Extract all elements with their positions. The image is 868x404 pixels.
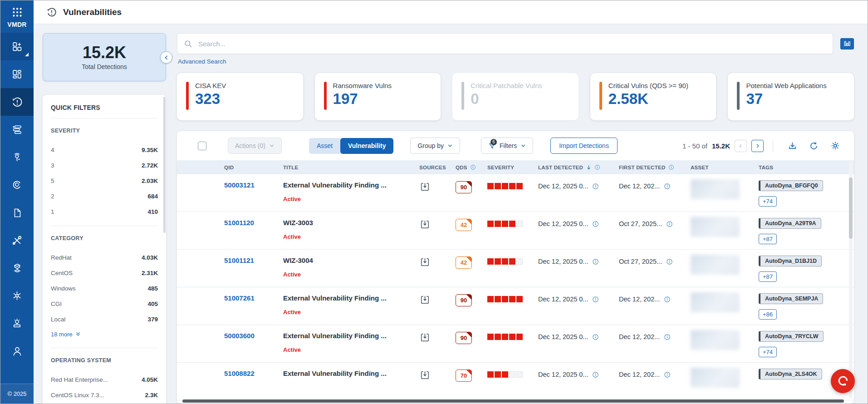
sidebar-item-reports[interactable] [0, 199, 34, 227]
info-icon[interactable] [592, 221, 599, 227]
info-icon[interactable] [592, 296, 599, 303]
quick-filter-row[interactable]: Red Hat Enterprise... 4.05K [51, 372, 158, 387]
search-box[interactable] [177, 33, 833, 54]
table-row[interactable]: 51008822 External Vulnerability Finding … [177, 363, 854, 400]
tag-more-pill[interactable]: +86 [759, 309, 777, 320]
stat-card[interactable]: Potential Web Applications 37 [728, 73, 854, 120]
table-row[interactable]: 50003600 External Vulnerability Finding … [177, 325, 854, 363]
info-icon[interactable] [592, 371, 599, 378]
stat-card[interactable]: Ransomware Vulns 197 [315, 73, 441, 120]
sidebar-item-remediation[interactable] [0, 227, 34, 254]
vulnerability-view-tab[interactable]: Vulnerability [340, 138, 394, 154]
table-row[interactable]: 51007261 External Vulnerability Finding … [177, 287, 854, 325]
tag-pill[interactable]: AutoDyna_2LS4OK [759, 369, 822, 379]
sidebar-item-response[interactable] [0, 143, 34, 171]
info-icon[interactable] [666, 221, 673, 227]
table-row[interactable]: 50003121 External Vulnerability Finding … [177, 174, 854, 212]
column-header-asset[interactable]: ASSET [684, 165, 752, 170]
column-header-title[interactable]: TITLE [277, 165, 413, 170]
sidebar-item-insights[interactable] [0, 310, 34, 337]
column-header-sources[interactable]: SOURCES [413, 165, 449, 170]
tag-pill[interactable]: AutoDyna_SEMPJA [759, 293, 823, 304]
stat-card[interactable]: Critical Patchable Vulns 0 [452, 73, 579, 120]
quick-filter-row[interactable]: RedHat 4.03K [51, 250, 158, 265]
quick-filter-row[interactable]: CGI 405 [51, 296, 158, 311]
info-icon[interactable] [664, 334, 671, 340]
vertical-scrollbar[interactable] [849, 177, 853, 239]
info-icon[interactable] [592, 258, 599, 265]
sidebar-item-widgets[interactable] [0, 60, 34, 88]
download-button[interactable] [788, 141, 797, 151]
search-input[interactable] [197, 39, 826, 48]
column-header-qds[interactable]: QDS [449, 164, 481, 170]
quick-filter-row[interactable]: 3 2.72K [51, 158, 158, 173]
tag-pill[interactable]: AutoDyna_BFGFQ0 [759, 180, 823, 191]
info-icon[interactable] [592, 183, 599, 190]
info-icon[interactable] [664, 183, 671, 190]
quick-filter-row[interactable]: 4 9.35K [51, 142, 158, 158]
qid-link[interactable]: 50003600 [224, 332, 255, 340]
collapse-panel-button[interactable] [160, 51, 172, 64]
column-header-last-detected[interactable]: LAST DETECTED [532, 164, 613, 170]
info-icon[interactable] [664, 371, 671, 378]
tag-pill[interactable]: AutoDyna_7RYCLW [759, 331, 824, 342]
stat-card[interactable]: CISA KEV 323 [177, 73, 303, 120]
column-header-tags[interactable]: TAGS [752, 165, 854, 170]
panel-scrollbar[interactable] [163, 97, 166, 233]
filters-dropdown[interactable]: 6 Filters [481, 138, 533, 154]
qid-link[interactable]: 51008822 [224, 370, 255, 377]
tag-pill[interactable]: AutoDyna_D1BJ1D [759, 256, 822, 266]
settings-button[interactable] [830, 141, 840, 151]
column-header-first-detected[interactable]: FIRST DETECTED [613, 164, 684, 170]
table-row[interactable]: 51001120 WIZ-3003 Active 42 Dec 12, 2025… [177, 212, 854, 250]
stat-card[interactable]: Critical Vulns (QDS >= 90) 2.58K [590, 73, 716, 120]
group-by-dropdown[interactable]: Group by [410, 138, 460, 154]
asset-view-tab[interactable]: Asset [309, 138, 340, 154]
quick-filter-row[interactable]: Local 379 [51, 311, 158, 327]
quick-filter-row[interactable]: CentOS 2.31K [51, 265, 158, 281]
qualys-help-button[interactable] [831, 369, 855, 393]
info-icon[interactable] [668, 164, 674, 170]
info-icon[interactable] [666, 258, 673, 265]
quick-filter-row[interactable]: 1 410 [51, 204, 158, 219]
chart-view-toggle-button[interactable] [840, 38, 854, 49]
sidebar-item-profile[interactable] [0, 337, 34, 365]
sidebar-item-assets[interactable] [0, 254, 34, 282]
info-icon[interactable] [594, 164, 600, 170]
show-more-link[interactable]: 18 more [51, 327, 158, 341]
info-icon[interactable] [664, 296, 671, 303]
sidebar-item-dashboard[interactable] [0, 33, 34, 60]
quick-filter-row[interactable]: Windows 485 [51, 281, 158, 296]
tag-more-pill[interactable]: +87 [759, 271, 777, 282]
info-icon[interactable] [470, 164, 476, 170]
sidebar-item-scans[interactable] [0, 171, 34, 199]
app-launcher[interactable]: VMDR [0, 0, 34, 33]
info-icon[interactable] [592, 334, 599, 340]
previous-page-button[interactable] [735, 140, 747, 152]
qid-link[interactable]: 51007261 [224, 294, 255, 302]
refresh-button[interactable] [809, 141, 819, 151]
quick-filter-row[interactable]: 5 2.03K [51, 173, 158, 188]
sort-desc-icon[interactable] [586, 164, 592, 170]
sidebar-item-prioritization[interactable] [0, 116, 34, 143]
quick-filter-row[interactable]: 2 684 [51, 188, 158, 204]
tag-more-pill[interactable]: +87 [759, 234, 777, 244]
tag-pill[interactable]: AutoDyna_A29T9A [759, 218, 821, 229]
tag-more-pill[interactable]: +74 [759, 196, 777, 207]
advanced-search-link[interactable]: Advanced Search [178, 58, 226, 65]
next-page-button[interactable] [751, 140, 764, 152]
sidebar-item-connectors[interactable] [0, 282, 34, 310]
total-detections-card[interactable]: 15.2K Total Detections [43, 33, 166, 81]
qid-link[interactable]: 51001121 [224, 256, 254, 264]
tag-more-pill[interactable]: +74 [759, 347, 777, 357]
table-row[interactable]: 51001121 WIZ-3004 Active 42 Dec 12, 2025… [177, 250, 854, 287]
import-detections-button[interactable]: Import Detections [550, 138, 618, 154]
quick-filter-row[interactable]: CentOS Linux 7.3... 2.3K [51, 387, 158, 403]
sidebar-item-vulnerabilities[interactable] [0, 88, 34, 116]
qid-link[interactable]: 51001120 [224, 219, 254, 227]
select-all-checkbox[interactable] [198, 142, 206, 150]
actions-dropdown[interactable]: Actions (0) [228, 138, 282, 154]
column-header-severity[interactable]: SEVERITY [481, 165, 532, 170]
qid-link[interactable]: 50003121 [224, 181, 255, 189]
column-header-qid[interactable]: QID [218, 165, 277, 170]
